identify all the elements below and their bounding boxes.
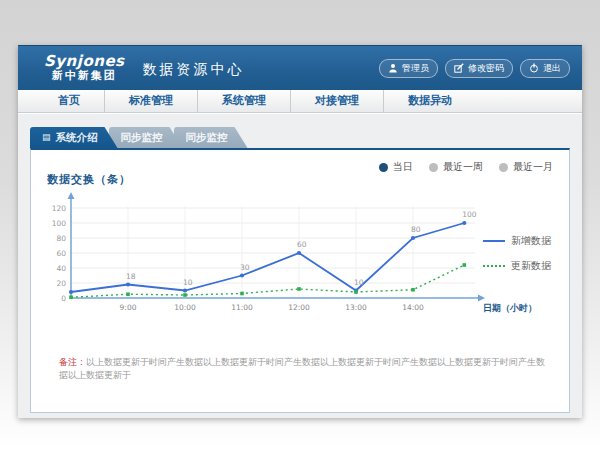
logout-button[interactable]: 退出 <box>520 59 570 78</box>
tab-label: 系统介绍 <box>56 127 98 148</box>
x-tick-label: 10:00 <box>174 303 196 312</box>
radio-dot-icon <box>379 163 388 172</box>
x-tick-label: 14:00 <box>402 303 424 312</box>
logo-text: Synjones <box>44 54 125 70</box>
legend-item-更新数据: 更新数据 <box>483 259 551 273</box>
nav-item-首页[interactable]: 首页 <box>34 90 104 112</box>
edit-icon <box>454 63 464 73</box>
legend-item-新增数据: 新增数据 <box>483 234 551 248</box>
data-point-label: 100 <box>462 210 477 219</box>
x-axis-arrow-icon <box>478 295 485 302</box>
radio-dot-icon <box>499 163 508 172</box>
nav-item-系统管理[interactable]: 系统管理 <box>197 90 290 112</box>
data-point-label: 10 <box>183 278 193 287</box>
data-point-marker <box>297 251 301 255</box>
power-icon <box>529 63 539 73</box>
data-point-marker <box>411 288 415 292</box>
data-point-label: 30 <box>240 263 250 272</box>
pill-label: 修改密码 <box>468 62 504 75</box>
data-point-marker <box>463 263 467 267</box>
data-point-marker <box>240 273 244 277</box>
data-point-label: 60 <box>297 240 307 249</box>
tab-同步监控-2[interactable]: 同步监控 <box>174 127 248 148</box>
user-icon <box>388 63 398 73</box>
content-area: ▤系统介绍同步监控同步监控 当日最近一周最近一月 数据交换（条） 0204060… <box>18 114 582 418</box>
nav-item-标准管理[interactable]: 标准管理 <box>104 90 197 112</box>
x-tick-label: 9:00 <box>120 303 137 312</box>
x-tick-label: 12:00 <box>288 303 310 312</box>
y-tick-label: 40 <box>56 264 66 273</box>
data-point-marker <box>183 288 187 292</box>
legend-line-sample <box>483 240 505 242</box>
main-nav: 首页标准管理系统管理对接管理数据异动 <box>18 90 582 113</box>
data-point-label: 10 <box>354 278 364 287</box>
radio-当日[interactable]: 当日 <box>379 160 413 174</box>
legend-label: 更新数据 <box>511 259 551 273</box>
footnote: 备注：以上数据更新于时间产生数据以上数据更新于时间产生数据以上数据更新于时间产生… <box>59 356 549 381</box>
data-point-marker <box>462 221 466 225</box>
legend-label: 新增数据 <box>511 234 551 248</box>
tab-label: 同步监控 <box>186 127 228 148</box>
data-point-marker <box>183 293 187 297</box>
y-tick-label: 120 <box>52 204 67 213</box>
tab-label: 同步监控 <box>121 127 163 148</box>
brand-logo: Synjones 新中新集团 <box>44 54 125 81</box>
tab-系统介绍-0[interactable]: ▤系统介绍 <box>30 127 118 148</box>
logo-cn-text: 新中新集团 <box>44 70 125 82</box>
data-point-marker <box>240 292 244 296</box>
radio-label: 最近一周 <box>443 160 483 174</box>
data-point-marker <box>69 290 73 294</box>
chart-container: 0204060801001209:0010:0011:0012:0013:001… <box>39 186 539 330</box>
time-range-filter: 当日最近一周最近一月 <box>379 160 553 174</box>
chart-panel: 当日最近一周最近一月 数据交换（条） 0204060801001209:0010… <box>30 148 570 413</box>
data-point-marker <box>411 236 415 240</box>
radio-最近一月[interactable]: 最近一月 <box>499 160 553 174</box>
legend-line-sample <box>483 265 505 267</box>
y-tick-label: 100 <box>52 219 67 228</box>
series-line-新增数据 <box>71 223 464 292</box>
admin-user-button[interactable]: 管理员 <box>379 59 438 78</box>
document-icon: ▤ <box>42 133 51 142</box>
data-point-marker <box>297 287 301 291</box>
data-point-marker <box>354 290 358 294</box>
x-tick-label: 13:00 <box>345 303 367 312</box>
data-point-marker <box>126 292 130 296</box>
data-point-label: 18 <box>126 272 136 281</box>
chart-legend: 新增数据更新数据 <box>483 234 551 273</box>
data-point-marker <box>126 282 130 286</box>
app-header: Synjones 新中新集团 数据资源中心 管理员修改密码退出 <box>18 45 582 90</box>
pill-label: 退出 <box>543 62 561 75</box>
radio-label: 当日 <box>393 160 413 174</box>
x-axis-title: 日期（小时） <box>483 303 537 313</box>
radio-label: 最近一月 <box>513 160 553 174</box>
pill-label: 管理员 <box>402 62 429 75</box>
y-tick-label: 60 <box>56 249 66 258</box>
tab-同步监控-1[interactable]: 同步监控 <box>109 127 183 148</box>
y-tick-label: 80 <box>56 234 66 243</box>
footnote-text: 以上数据更新于时间产生数据以上数据更新于时间产生数据以上数据更新于时间产生数据以… <box>59 357 545 380</box>
user-area: 管理员修改密码退出 <box>379 46 570 90</box>
y-axis-title: 数据交换（条） <box>47 172 131 187</box>
tab-bar: ▤系统介绍同步监控同步监控 <box>30 127 570 148</box>
page-title: 数据资源中心 <box>143 57 245 79</box>
radio-dot-icon <box>429 163 438 172</box>
exchange-line-chart: 0204060801001209:0010:0011:0012:0013:001… <box>39 186 539 326</box>
change-password-button[interactable]: 修改密码 <box>445 59 513 78</box>
y-tick-label: 20 <box>56 279 66 288</box>
footnote-prefix: 备注： <box>59 357 86 367</box>
series-line-更新数据 <box>71 265 464 297</box>
y-axis-arrow-icon <box>68 192 75 199</box>
data-point-label: 80 <box>411 225 421 234</box>
nav-item-对接管理[interactable]: 对接管理 <box>290 90 383 112</box>
radio-最近一周[interactable]: 最近一周 <box>429 160 483 174</box>
nav-item-数据异动[interactable]: 数据异动 <box>383 90 476 112</box>
data-point-marker <box>69 295 73 299</box>
x-tick-label: 11:00 <box>231 303 253 312</box>
y-tick-label: 0 <box>61 294 66 303</box>
app-window: Synjones 新中新集团 数据资源中心 管理员修改密码退出 首页标准管理系统… <box>18 45 582 418</box>
